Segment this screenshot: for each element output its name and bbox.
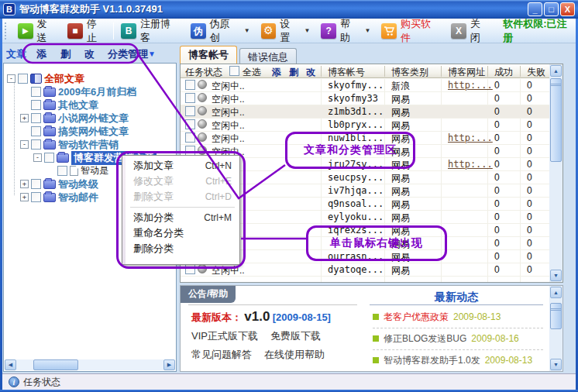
help-button[interactable]: ? 帮助 ▼ xyxy=(315,15,376,47)
menu-item[interactable]: 添加分类Ctrl+M xyxy=(122,210,239,225)
expand-icon[interactable]: + xyxy=(20,193,29,201)
select-all-checkbox[interactable] xyxy=(229,66,239,76)
settings-button[interactable]: ⚙ 设置 ▼ xyxy=(256,15,316,47)
tree-item-label[interactable]: 搞笑网外链文章 xyxy=(58,125,129,139)
scroll-up-icon[interactable]: ▲ xyxy=(550,65,562,77)
maximize-button[interactable]: □ xyxy=(544,2,559,16)
tree-item-label[interactable]: 智动终级 xyxy=(58,177,98,191)
row-checkbox[interactable] xyxy=(185,132,195,143)
collapse-icon[interactable]: - xyxy=(33,153,42,162)
chevron-down-icon[interactable]: ▼ xyxy=(148,50,156,58)
add-article-action[interactable]: 添 xyxy=(29,47,53,61)
tree-checkbox[interactable] xyxy=(31,87,41,97)
tree-item-label[interactable]: 其他文章 xyxy=(58,98,98,112)
delete-article-action[interactable]: 删 xyxy=(53,47,77,61)
table-row[interactable]: 空闲中..lb0pryx...网易00 xyxy=(181,119,549,132)
tree-checkbox[interactable] xyxy=(31,192,41,202)
row-checkbox[interactable] xyxy=(185,80,195,90)
announcement-tab[interactable]: 公告/帮助 xyxy=(181,286,236,303)
news-item-text[interactable]: 智动博客群发助手1.0发 xyxy=(384,355,480,366)
tree-checkbox[interactable] xyxy=(57,166,67,176)
tree-item-label[interactable]: 智动软件营销 xyxy=(58,138,119,152)
scrollbar-thumb[interactable] xyxy=(550,303,562,329)
scrollbar-thumb[interactable] xyxy=(33,359,78,370)
tree-item-label[interactable]: 全部文章 xyxy=(44,72,84,86)
expand-icon[interactable]: + xyxy=(20,180,29,188)
table-row[interactable]: 空闲中..nuw1bli...网易http:...00 xyxy=(181,132,549,145)
scroll-up-icon[interactable]: ▲ xyxy=(550,287,562,298)
collapse-icon[interactable]: - xyxy=(7,74,15,83)
tree-item-label[interactable]: 智动是 xyxy=(81,164,108,177)
table-row[interactable]: 空闲中..dyatoqe...网易00 xyxy=(181,263,549,277)
tree-checkbox[interactable] xyxy=(44,153,54,163)
menu-item[interactable]: 添加文章Ctrl+N xyxy=(122,158,239,174)
chevron-down-icon[interactable]: ▼ xyxy=(364,27,370,34)
news-vertical-scrollbar[interactable]: ▲ ▼ xyxy=(549,286,563,371)
tree-item[interactable]: -智动软件营销 xyxy=(20,138,119,151)
table-row[interactable]: 空闲中..skyofmy33网易00 xyxy=(181,92,549,105)
scroll-left-icon[interactable]: ◀ xyxy=(5,359,16,370)
tree-item[interactable]: +智动终级 xyxy=(20,177,98,191)
edit-account-action[interactable]: 改 xyxy=(306,66,315,79)
news-item[interactable]: 智动博客群发助手1.0发2009-08-13 xyxy=(373,354,548,370)
tree-item[interactable]: 其他文章 xyxy=(20,98,98,112)
tree-checkbox[interactable] xyxy=(31,113,41,123)
register-blog-button[interactable]: B 注册博客 xyxy=(115,15,185,47)
select-all-label[interactable]: 全选 xyxy=(243,66,261,79)
row-checkbox[interactable] xyxy=(185,93,195,103)
category-manage-button[interactable]: 分类管理 xyxy=(101,47,148,61)
free-download-link[interactable]: 免费版下载 xyxy=(270,329,321,343)
tree-item-label[interactable]: 智动邮件 xyxy=(58,191,98,205)
chevron-down-icon[interactable]: ▼ xyxy=(304,27,311,34)
tree-item[interactable]: +智动邮件 xyxy=(20,191,98,204)
chevron-down-icon[interactable]: ▼ xyxy=(244,27,250,34)
row-checkbox[interactable] xyxy=(185,119,195,129)
menu-item[interactable]: 删除分类 xyxy=(122,241,239,256)
pseudo-original-button[interactable]: 伪 伪原创 ▼ xyxy=(185,15,256,47)
tree-checkbox[interactable] xyxy=(18,74,28,84)
table-row[interactable]: 空闲中..skyofmy...新浪http:...00 xyxy=(181,79,549,92)
menu-item[interactable]: 重命名分类 xyxy=(122,225,239,241)
tree-item-label[interactable]: 2009年6月前归档 xyxy=(58,85,136,99)
tab-blog-accounts[interactable]: 博客帐号 xyxy=(180,46,237,64)
tree-item[interactable]: +小说网外链文章 xyxy=(20,112,129,125)
expand-icon[interactable]: + xyxy=(20,114,29,122)
faq-link[interactable]: 常见问题解答 xyxy=(191,348,252,362)
tree-checkbox[interactable] xyxy=(31,126,41,136)
delete-account-action[interactable]: 删 xyxy=(289,66,298,79)
scrollbar-thumb[interactable] xyxy=(550,78,562,162)
row-url-link[interactable]: http:... xyxy=(448,132,493,143)
news-item[interactable]: 老客户优惠政策2009-08-13 xyxy=(373,311,548,326)
tree-item[interactable]: 搞笑网外链文章 xyxy=(20,125,129,138)
buy-software-button[interactable]: 购买软件 xyxy=(376,15,446,47)
collapse-icon[interactable]: - xyxy=(20,140,29,149)
scroll-right-icon[interactable]: ▶ xyxy=(163,359,175,370)
tree-item[interactable]: -全部文章 xyxy=(7,72,84,85)
row-checkbox[interactable] xyxy=(185,264,195,274)
exit-button[interactable]: X 关闭 xyxy=(446,15,495,47)
send-button[interactable]: ▶ 发送 xyxy=(12,15,62,47)
news-item-text[interactable]: 老客户优惠政策 xyxy=(384,311,449,322)
edit-article-action[interactable]: 改 xyxy=(77,47,101,61)
row-checkbox[interactable] xyxy=(185,106,195,116)
add-account-action[interactable]: 添 xyxy=(272,66,281,79)
stop-button[interactable]: ■ 停止 xyxy=(62,15,112,47)
tree-item[interactable]: 2009年6月前归档 xyxy=(20,85,136,98)
table-row[interactable]: 空闲中..z1mb3d1...网易00 xyxy=(181,105,549,119)
news-item-text[interactable]: 修正BLOG发送BUG xyxy=(384,333,466,344)
news-item[interactable]: 修正BLOG发送BUG2009-08-16 xyxy=(373,332,548,348)
tree-checkbox[interactable] xyxy=(31,139,41,150)
tree-item-label[interactable]: 小说网外链文章 xyxy=(58,112,129,126)
scroll-down-icon[interactable]: ▼ xyxy=(550,270,562,281)
online-help-link[interactable]: 在线使用帮助 xyxy=(264,348,325,362)
table-vertical-scrollbar[interactable]: ▲ ▼ xyxy=(549,64,563,282)
scroll-down-icon[interactable]: ▼ xyxy=(550,359,562,370)
tree-horizontal-scrollbar[interactable]: ◀ ▶ xyxy=(5,359,175,370)
toolbar-grip[interactable] xyxy=(5,22,9,40)
minimize-button[interactable]: _ xyxy=(528,2,542,16)
row-url-link[interactable]: http:... xyxy=(448,159,493,170)
vip-download-link[interactable]: VIP正式版下载 xyxy=(191,329,258,343)
tree-item[interactable]: 智动是 xyxy=(46,164,108,177)
tab-error-info[interactable]: 错误信息 xyxy=(239,48,297,64)
tree-checkbox[interactable] xyxy=(31,100,41,110)
